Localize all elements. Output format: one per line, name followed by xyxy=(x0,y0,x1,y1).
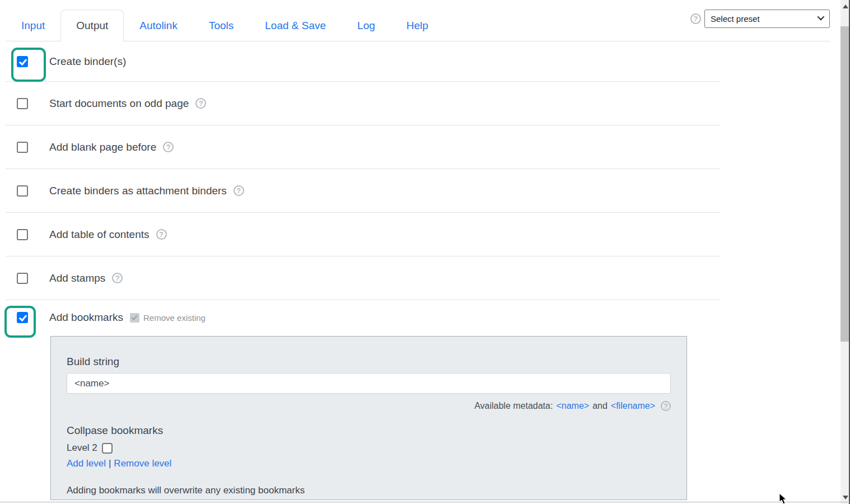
option-row-bookmarks: Add bookmarks Remove existing xyxy=(6,300,720,335)
metadata-filename-link[interactable]: <filename> xyxy=(611,401,655,411)
build-string-input[interactable] xyxy=(67,373,671,394)
option-row-blank-page: Add blank page before ? xyxy=(6,125,720,169)
preset-select[interactable]: Select preset xyxy=(704,10,830,28)
attachment-binders-checkbox[interactable] xyxy=(17,185,28,197)
tab-autolink[interactable]: Autolink xyxy=(124,10,193,41)
tab-load-save[interactable]: Load & Save xyxy=(249,10,342,41)
metadata-conjunction: and xyxy=(592,401,608,411)
annotation-ring-bookmarks xyxy=(4,306,36,338)
option-label: Add table of contents xyxy=(49,228,150,241)
bookmarks-panel: Build string Available metadata: <name> … xyxy=(50,336,687,500)
preset-select-value: Select preset xyxy=(711,14,760,24)
option-row-table-of-contents: Add table of contents ? xyxy=(6,213,720,256)
add-level-link[interactable]: Add level xyxy=(67,458,106,469)
option-row-create-binders: Create binder(s) xyxy=(6,41,720,82)
option-label: Create binders as attachment binders xyxy=(49,185,227,197)
scroll-up-icon xyxy=(843,4,848,8)
option-label: Add bookmarks xyxy=(49,311,123,324)
option-row-odd-page: Start documents on odd page ? xyxy=(6,82,720,125)
link-separator: | xyxy=(109,458,111,469)
remove-existing-checkbox xyxy=(130,313,139,323)
option-row-stamps: Add stamps ? xyxy=(6,256,720,300)
preset-help-icon[interactable]: ? xyxy=(690,13,701,24)
chevron-down-icon xyxy=(818,13,825,21)
table-of-contents-checkbox[interactable] xyxy=(17,229,28,240)
metadata-prefix: Available metadata: xyxy=(474,401,553,411)
output-options-list: Create binder(s) Start documents on odd … xyxy=(6,41,720,335)
available-metadata-line: Available metadata: <name> and <filename… xyxy=(67,401,671,411)
bookmarks-overwrite-note: Adding bookmarks will overwrite any exis… xyxy=(67,485,686,496)
stamps-help-icon[interactable]: ? xyxy=(112,273,123,283)
option-label: Add stamps xyxy=(49,272,105,284)
mouse-cursor xyxy=(779,493,787,504)
tab-input[interactable]: Input xyxy=(6,10,60,41)
odd-page-checkbox[interactable] xyxy=(17,98,28,109)
annotation-ring-create-binders xyxy=(11,48,46,82)
option-label: Create binder(s) xyxy=(49,55,126,68)
stamps-checkbox[interactable] xyxy=(17,273,28,284)
table-of-contents-help-icon[interactable]: ? xyxy=(156,229,167,240)
remove-existing-label: Remove existing xyxy=(143,313,206,323)
metadata-name-link[interactable]: <name> xyxy=(556,401,589,411)
tab-bar: Input Output Autolink Tools Load & Save … xyxy=(6,10,444,41)
level-label: Level 2 xyxy=(67,442,97,454)
blank-page-help-icon[interactable]: ? xyxy=(163,142,174,152)
level-row: Level 2 xyxy=(67,442,686,454)
build-string-label: Build string xyxy=(67,356,686,368)
tab-tools[interactable]: Tools xyxy=(193,10,249,41)
tab-log[interactable]: Log xyxy=(342,10,391,41)
odd-page-help-icon[interactable]: ? xyxy=(195,98,206,109)
option-label: Add blank page before xyxy=(49,141,156,153)
scroll-down-icon xyxy=(843,496,848,500)
collapse-bookmarks-heading: Collpase bookmarks xyxy=(67,424,686,437)
blank-page-checkbox[interactable] xyxy=(17,142,28,153)
window-bottom-edge xyxy=(0,502,850,502)
tab-help[interactable]: Help xyxy=(391,10,444,41)
tab-output[interactable]: Output xyxy=(60,10,124,41)
remove-level-link[interactable]: Remove level xyxy=(114,458,171,469)
level-links-row: Add level|Remove level xyxy=(67,458,686,469)
level-2-checkbox[interactable] xyxy=(102,443,113,454)
option-label: Start documents on odd page xyxy=(49,97,189,110)
attachment-binders-help-icon[interactable]: ? xyxy=(233,185,244,196)
metadata-help-icon[interactable]: ? xyxy=(661,401,671,411)
option-row-attachment-binders: Create binders as attachment binders ? xyxy=(6,169,720,213)
